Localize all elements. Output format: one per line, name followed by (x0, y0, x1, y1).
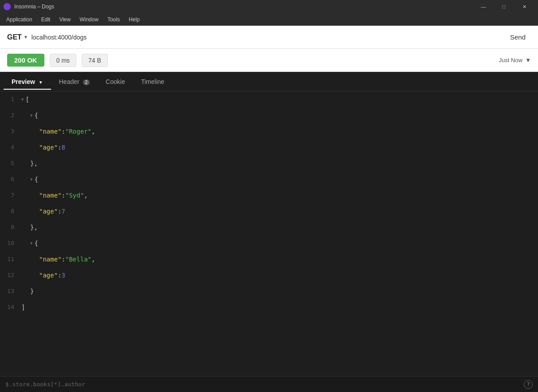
json-bracket: { (34, 171, 38, 187)
collapse-triangle-icon[interactable]: ▼ (30, 107, 32, 123)
menu-view[interactable]: View (55, 15, 75, 24)
line-number: 14 (4, 299, 21, 315)
menubar: Application Edit View Window Tools Help (0, 13, 538, 26)
tab-header[interactable]: Header 2 (51, 74, 98, 90)
line-number: 11 (4, 251, 21, 267)
line-number: 13 (4, 283, 21, 299)
line-number: 7 (4, 187, 21, 203)
line-number: 5 (4, 155, 21, 171)
json-key: "age" (39, 203, 58, 219)
table-row: 5}, (0, 155, 538, 171)
line-number: 6 (4, 171, 21, 187)
status-badge: 200 OK (7, 54, 44, 67)
tab-timeline-label: Timeline (141, 78, 164, 85)
status-bar: 200 OK 0 ms 74 B Just Now ▼ (0, 49, 538, 72)
json-bracket: { (34, 235, 38, 251)
table-row: 3"name": "Roger", (0, 123, 538, 139)
json-value: 8 (62, 139, 65, 155)
url-bar: GET ▼ Send (0, 26, 538, 49)
timestamp-dropdown-icon: ▼ (525, 57, 531, 63)
json-bracket: { (34, 107, 38, 123)
menu-help[interactable]: Help (124, 15, 144, 24)
menu-window[interactable]: Window (75, 15, 103, 24)
tab-header-badge: 2 (83, 79, 90, 85)
tab-cookie-label: Cookie (106, 78, 125, 85)
json-viewer: 1▼[2▼{3"name": "Roger",4"age": 85},6▼{7"… (0, 91, 538, 376)
json-value: 7 (62, 203, 65, 219)
tab-preview-label: Preview (12, 78, 35, 85)
tab-cookie[interactable]: Cookie (98, 74, 133, 90)
tab-preview[interactable]: Preview ▼ (4, 74, 51, 90)
method-selector[interactable]: GET ▼ (7, 33, 28, 41)
table-row: 2▼{ (0, 107, 538, 123)
collapse-triangle-icon[interactable]: ▼ (30, 171, 32, 187)
window-title: Insomnia – Dogs (14, 4, 473, 10)
tab-timeline[interactable]: Timeline (133, 74, 172, 90)
json-value: 3 (62, 267, 65, 283)
json-value: "Bella" (65, 251, 91, 267)
json-key: "age" (39, 267, 58, 283)
table-row: 9}, (0, 219, 538, 235)
timestamp-label: Just Now (499, 57, 522, 63)
table-row: 8"age": 7 (0, 203, 538, 219)
app-icon (4, 3, 11, 10)
menu-edit[interactable]: Edit (37, 15, 55, 24)
response-time: 0 ms (50, 54, 76, 67)
json-bracket: }, (30, 155, 38, 171)
json-value: "Syd" (65, 187, 84, 203)
table-row: 4"age": 8 (0, 139, 538, 155)
bottom-bar: $.store.books[*].author ? (0, 376, 538, 392)
json-key: "name" (39, 123, 62, 139)
table-row: 1▼[ (0, 91, 538, 107)
collapse-triangle-icon[interactable]: ▼ (30, 235, 32, 251)
timestamp[interactable]: Just Now ▼ (499, 57, 531, 63)
response-size: 74 B (82, 54, 108, 67)
url-input[interactable] (32, 34, 501, 41)
table-row: 10▼{ (0, 235, 538, 251)
menu-tools[interactable]: Tools (103, 15, 124, 24)
menu-application[interactable]: Application (2, 15, 37, 24)
table-row: 6▼{ (0, 171, 538, 187)
table-row: 12"age": 3 (0, 267, 538, 283)
table-row: 7"name": "Syd", (0, 187, 538, 203)
titlebar: Insomnia – Dogs — □ ✕ (0, 0, 538, 13)
send-button[interactable]: Send (505, 31, 531, 44)
table-row: 13} (0, 283, 538, 299)
line-number: 9 (4, 219, 21, 235)
line-number: 12 (4, 267, 21, 283)
json-value: "Roger" (65, 123, 91, 139)
line-number: 4 (4, 139, 21, 155)
minimize-button[interactable]: — (473, 0, 494, 13)
line-number: 2 (4, 107, 21, 123)
line-number: 8 (4, 203, 21, 219)
table-row: 11"name": "Bella", (0, 251, 538, 267)
json-key: "name" (39, 251, 62, 267)
filter-expression[interactable]: $.store.books[*].author (5, 381, 524, 388)
help-icon[interactable]: ? (524, 380, 533, 389)
response-tabs: Preview ▼ Header 2 Cookie Timeline (0, 72, 538, 91)
collapse-triangle-icon[interactable]: ▼ (21, 91, 24, 107)
table-row: 14] (0, 299, 538, 315)
close-button[interactable]: ✕ (514, 0, 534, 13)
method-dropdown-icon: ▼ (24, 35, 28, 40)
json-bracket: [ (25, 91, 29, 107)
json-key: "name" (39, 187, 62, 203)
window-controls: — □ ✕ (473, 0, 534, 13)
maximize-button[interactable]: □ (494, 0, 514, 13)
tab-preview-arrow: ▼ (39, 80, 43, 85)
json-bracket: ] (21, 299, 25, 315)
line-number: 1 (4, 91, 21, 107)
json-key: "age" (39, 139, 58, 155)
line-number: 3 (4, 123, 21, 139)
json-bracket: } (30, 283, 34, 299)
line-number: 10 (4, 235, 21, 251)
tab-header-label: Header (59, 78, 79, 85)
method-label: GET (7, 33, 22, 41)
json-bracket: }, (30, 219, 38, 235)
